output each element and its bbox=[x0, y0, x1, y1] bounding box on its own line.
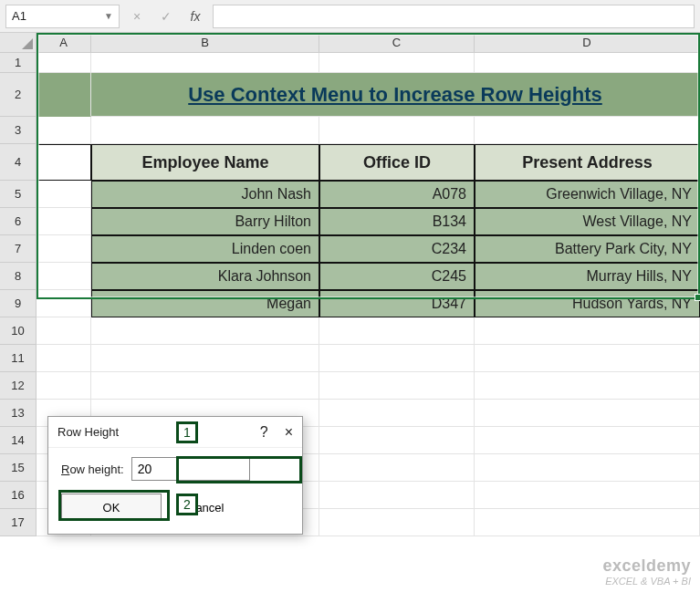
dialog-titlebar[interactable]: Row Height ? × bbox=[48, 417, 302, 448]
cell-address[interactable]: Greenwich Village, NY bbox=[475, 181, 700, 208]
row-header[interactable]: 10 bbox=[0, 317, 37, 345]
col-header-A[interactable]: A bbox=[37, 33, 91, 53]
formula-input[interactable] bbox=[213, 5, 695, 28]
row-header[interactable]: 15 bbox=[0, 454, 37, 482]
cell[interactable] bbox=[475, 345, 700, 372]
table-header[interactable]: Present Address bbox=[475, 144, 700, 181]
col-header-B[interactable]: B bbox=[91, 33, 319, 53]
select-all-corner[interactable] bbox=[0, 33, 37, 53]
cell-address[interactable]: Hudson Yards, NY bbox=[475, 290, 700, 317]
cell[interactable] bbox=[319, 400, 475, 427]
cell-office-id[interactable]: B134 bbox=[319, 208, 475, 235]
chevron-down-icon[interactable]: ▼ bbox=[104, 11, 113, 21]
row-header[interactable]: 11 bbox=[0, 345, 37, 372]
cell-office-id[interactable]: A078 bbox=[319, 181, 475, 208]
cell[interactable] bbox=[37, 235, 91, 263]
cell[interactable] bbox=[37, 117, 91, 144]
row-height-dialog: Row Height ? × Row height: OK Cancel 1 2 bbox=[47, 416, 303, 535]
cell[interactable] bbox=[37, 290, 91, 317]
cancel-button[interactable]: Cancel bbox=[187, 494, 224, 521]
cell[interactable] bbox=[319, 454, 475, 482]
row-header[interactable]: 12 bbox=[0, 372, 37, 400]
row-header[interactable]: 6 bbox=[0, 208, 37, 235]
row-header[interactable]: 2 bbox=[0, 73, 37, 117]
table-header[interactable]: Employee Name bbox=[91, 144, 319, 181]
title-cell[interactable]: Use Context Menu to Increase Row Heights bbox=[91, 73, 700, 117]
name-box[interactable]: A1 ▼ bbox=[5, 5, 120, 28]
table-row: 7 Linden coen C234 Battery Park City, NY bbox=[0, 235, 700, 263]
cell[interactable] bbox=[475, 454, 700, 482]
cell-address[interactable]: West Village, NY bbox=[475, 208, 700, 235]
cell[interactable] bbox=[319, 482, 475, 509]
cell[interactable] bbox=[91, 372, 319, 400]
cell[interactable] bbox=[475, 372, 700, 400]
ok-button[interactable]: OK bbox=[61, 494, 162, 521]
cell[interactable] bbox=[319, 372, 475, 400]
cell-office-id[interactable]: C234 bbox=[319, 235, 475, 263]
row-height-label: Row height: bbox=[61, 463, 124, 476]
cell-employee[interactable]: Linden coen bbox=[91, 235, 319, 263]
row-header[interactable]: 16 bbox=[0, 482, 37, 509]
cell[interactable] bbox=[319, 53, 475, 73]
cell[interactable] bbox=[37, 181, 91, 208]
table-row: 6 Barry Hilton B134 West Village, NY bbox=[0, 208, 700, 235]
cell-office-id[interactable]: D347 bbox=[319, 290, 475, 317]
formula-cancel-button: × bbox=[125, 5, 149, 28]
close-icon[interactable]: × bbox=[285, 424, 293, 441]
grid-row: 1 bbox=[0, 53, 700, 73]
cell[interactable] bbox=[319, 117, 475, 144]
row-header[interactable]: 13 bbox=[0, 400, 37, 427]
cell[interactable] bbox=[91, 317, 319, 345]
cell[interactable] bbox=[37, 263, 91, 290]
cell-employee[interactable]: John Nash bbox=[91, 181, 319, 208]
cell-office-id[interactable]: C245 bbox=[319, 263, 475, 290]
cell-employee[interactable]: Klara Johnson bbox=[91, 263, 319, 290]
formula-bar: A1 ▼ × ✓ fx bbox=[0, 0, 700, 33]
cell[interactable] bbox=[37, 144, 91, 181]
cell[interactable] bbox=[475, 53, 700, 73]
cell[interactable] bbox=[475, 509, 700, 536]
row-header[interactable]: 4 bbox=[0, 144, 37, 181]
row-header[interactable]: 17 bbox=[0, 509, 37, 536]
cell[interactable] bbox=[319, 509, 475, 536]
cell[interactable] bbox=[475, 427, 700, 454]
col-header-C[interactable]: C bbox=[319, 33, 475, 53]
cell[interactable] bbox=[319, 345, 475, 372]
row-header[interactable]: 9 bbox=[0, 290, 37, 317]
row-header[interactable]: 3 bbox=[0, 117, 37, 144]
cell[interactable] bbox=[37, 73, 91, 117]
help-icon[interactable]: ? bbox=[260, 424, 268, 441]
cell[interactable] bbox=[37, 53, 91, 73]
row-header[interactable]: 14 bbox=[0, 427, 37, 454]
cell[interactable] bbox=[37, 372, 91, 400]
cell-employee[interactable]: Megan bbox=[91, 290, 319, 317]
cell-employee[interactable]: Barry Hilton bbox=[91, 208, 319, 235]
cell[interactable] bbox=[319, 317, 475, 345]
cell[interactable] bbox=[475, 317, 700, 345]
cell[interactable] bbox=[319, 427, 475, 454]
table-header[interactable]: Office ID bbox=[319, 144, 475, 181]
cell[interactable] bbox=[91, 53, 319, 73]
cell[interactable] bbox=[475, 117, 700, 144]
cell[interactable] bbox=[37, 345, 91, 372]
col-header-D[interactable]: D bbox=[475, 33, 700, 53]
row-header[interactable]: 7 bbox=[0, 235, 37, 263]
table-row: 8 Klara Johnson C245 Murray Hills, NY bbox=[0, 263, 700, 290]
row-height-input[interactable] bbox=[131, 457, 250, 481]
cell-address[interactable]: Murray Hills, NY bbox=[475, 263, 700, 290]
watermark-tagline: EXCEL & VBA + BI bbox=[602, 576, 691, 587]
cell-address[interactable]: Battery Park City, NY bbox=[475, 235, 700, 263]
cell[interactable] bbox=[475, 482, 700, 509]
row-header[interactable]: 8 bbox=[0, 263, 37, 290]
row-header[interactable]: 5 bbox=[0, 181, 37, 208]
cell[interactable] bbox=[37, 208, 91, 235]
cell[interactable] bbox=[91, 117, 319, 144]
grid-row: 3 bbox=[0, 117, 700, 144]
cell[interactable] bbox=[37, 317, 91, 345]
grid-row: 11 bbox=[0, 345, 700, 372]
fx-button[interactable]: fx bbox=[183, 5, 207, 28]
row-header[interactable]: 1 bbox=[0, 53, 37, 73]
cell[interactable] bbox=[475, 400, 700, 427]
table-row: 5 John Nash A078 Greenwich Village, NY bbox=[0, 181, 700, 208]
cell[interactable] bbox=[91, 345, 319, 372]
